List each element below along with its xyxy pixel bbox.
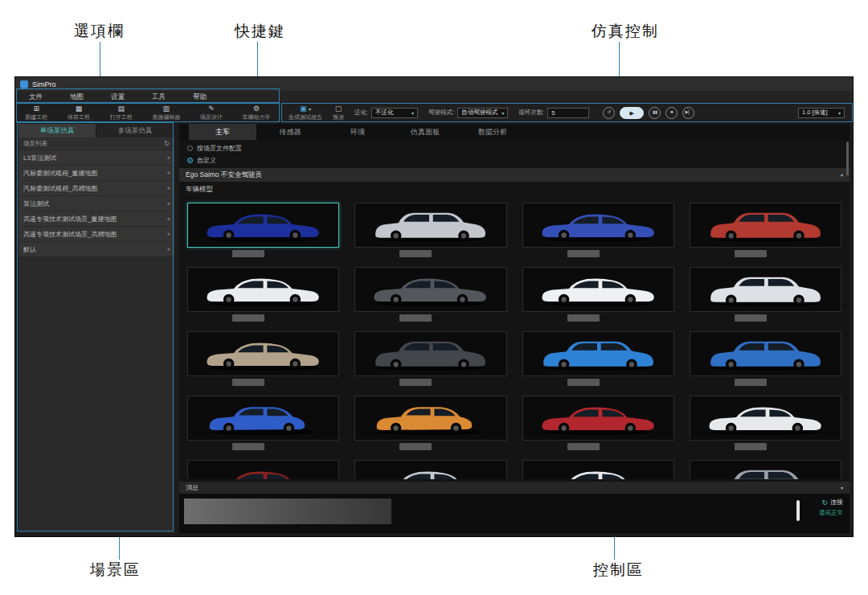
toolbar-button[interactable]: ⚙ 车辆动力学 [243,105,271,120]
chevron-left-icon: ◂ [166,170,170,176]
chevron-down-icon: ▾ [411,110,414,116]
main-tab[interactable]: 仿真面板 [391,124,459,140]
scene-list-item[interactable]: 汽标委测试规程_高精地图 ◂ [18,181,174,195]
scene-list-item[interactable]: 高速专项技术测试场景_高精地图 ◂ [18,227,174,241]
vehicle-cell [354,331,506,386]
drive-mode-select[interactable]: 自动驾驶模式 ▾ [457,108,508,118]
vehicle-name-tag [735,314,767,322]
app-title: SimPro [32,80,56,88]
sidebar-tab[interactable]: 多场景仿真 [96,124,174,137]
toolbar-button[interactable]: ⊞ 新建工程 [25,105,47,120]
pause-button[interactable]: ▮▮ [649,107,661,119]
vehicle-name-tag [567,314,600,322]
main-tab[interactable]: 传感器 [256,124,324,140]
vehicle-card[interactable] [522,331,674,376]
loop-count-input[interactable]: 5 [547,108,589,118]
toolbar-button[interactable]: ▤ 打开工程 [110,105,133,120]
vehicle-cell [187,460,339,479]
scene-list-item[interactable]: L3算法测试 ◂ [18,150,174,165]
road-editor-icon: ▥ [163,105,170,114]
chevron-left-icon: ◂ [166,185,170,191]
play-button[interactable]: ▶ [620,107,644,119]
menu-item[interactable]: 地图 [56,92,97,102]
message-panel-header[interactable]: 消息 ▾ [179,482,850,494]
refresh-icon[interactable]: ↻ [164,140,170,147]
menu-item[interactable]: 文件 [15,92,56,102]
loop-count-field: 循环次数: 5 [518,108,589,118]
connect-button[interactable]: ↻ 连接 [821,498,843,507]
preview-button[interactable]: ▢ 预演 [333,105,344,120]
main-tab[interactable]: 数据分析 [459,124,526,140]
vehicle-card[interactable] [690,396,841,441]
vehicle-card[interactable] [354,460,506,479]
vehicle-card[interactable] [522,267,674,312]
main-tabs: 主车传感器环境仿真面板数据分析 [179,124,850,140]
toolbar-button[interactable]: ▦ 保存工程 [68,105,90,120]
config-radio-option[interactable]: 按场景文件配置 [187,144,850,153]
vehicle-card[interactable] [522,203,674,248]
vehicle-card[interactable] [690,267,841,312]
vehicle-cell [522,267,674,322]
vehicle-cell [187,267,339,322]
vehicle-card[interactable] [187,203,339,248]
vehicle-card[interactable] [690,203,841,248]
vehicle-card[interactable] [522,460,674,479]
vehicle-name-tag [232,379,264,386]
speed-field: 1.0 [倍速] ▾ [798,108,845,118]
stop-button[interactable]: ■ [665,107,678,119]
annotation-shortcuts-label: 快捷鍵 [235,21,285,42]
generate-report-toggle[interactable]: ▣ ▾ 生成测试报告 [289,105,322,120]
annotation-control-area-label: 控制區 [593,560,644,581]
speed-select[interactable]: 1.0 [倍速] ▾ [798,108,845,118]
menu-item[interactable]: 帮助 [179,92,220,102]
vehicle-card[interactable] [690,460,841,479]
vehicle-cell [690,203,841,257]
control-area: 主车传感器环境仿真面板数据分析 按场景文件配置 自定义 Ego Saimo 不安… [179,124,850,533]
scene-list-item[interactable]: 汽标委测试规程_重建地图 ◂ [18,166,174,180]
vehicle-card[interactable] [354,267,506,312]
toolbar-button[interactable]: ▥ 道路编辑器 [152,105,180,120]
scene-list-item[interactable]: 高速专项技术测试场景_重建地图 ◂ [18,211,174,226]
vehicle-name-tag [735,250,767,257]
vehicle-card[interactable] [187,267,339,312]
step-button[interactable]: ▶▏ [682,107,694,119]
vehicle-card[interactable] [187,396,339,441]
chevron-down-icon: ▾ [309,107,311,112]
vehicle-card[interactable] [354,203,506,248]
menu-item[interactable]: 设置 [97,92,138,102]
vehicle-card[interactable] [354,396,506,441]
vehicle-card[interactable] [522,396,674,441]
vehicle-cell [187,396,339,450]
vehicle-card[interactable] [690,331,841,376]
playback-controls: ↺ ▶ ▮▮ ■ ▶▏ [603,107,694,119]
vehicle-cell [187,331,339,386]
main-tab[interactable]: 主车 [189,124,256,140]
ego-selector[interactable]: Ego Saimo 不安全驾驶员 ▾ [179,168,850,182]
refresh-icon: ↻ [821,499,828,507]
menu-item[interactable]: 工具 [138,92,179,102]
generalization-select[interactable]: 不泛化 ▾ [371,108,418,118]
vehicle-card[interactable] [187,331,339,376]
vehicle-card[interactable] [187,460,339,479]
message-scrollbar[interactable] [796,500,800,521]
toolbar-button[interactable]: ✎ 场景设计 [200,105,223,120]
preview-icon: ▢ [335,105,342,113]
message-panel: 消息 ▾ ↻ 连接 通讯正常 [179,482,850,533]
main-scrollbar[interactable] [846,142,849,175]
chevron-left-icon: ◂ [166,154,170,161]
reset-button[interactable]: ↺ [603,107,615,119]
main-tab[interactable]: 环境 [324,124,391,140]
vehicle-cell [187,203,339,257]
vehicle-card[interactable] [354,331,506,376]
config-radio-option[interactable]: 自定义 [187,156,850,165]
report-monitor-icon: ▣ ▾ [300,105,311,113]
sidebar-tab[interactable]: 单场景仿真 [18,124,96,137]
scene-list-item[interactable]: 默认 ◂ [18,242,174,256]
chevron-down-icon: ▾ [838,110,841,116]
vehicle-name-tag [399,314,432,322]
vehicle-name-tag [232,250,264,257]
chevron-left-icon: ◂ [166,215,170,222]
chevron-down-icon: ▾ [502,110,504,116]
vehicle-name-tag [567,443,600,450]
scene-list-item[interactable]: 算法测试 ◂ [18,196,174,211]
